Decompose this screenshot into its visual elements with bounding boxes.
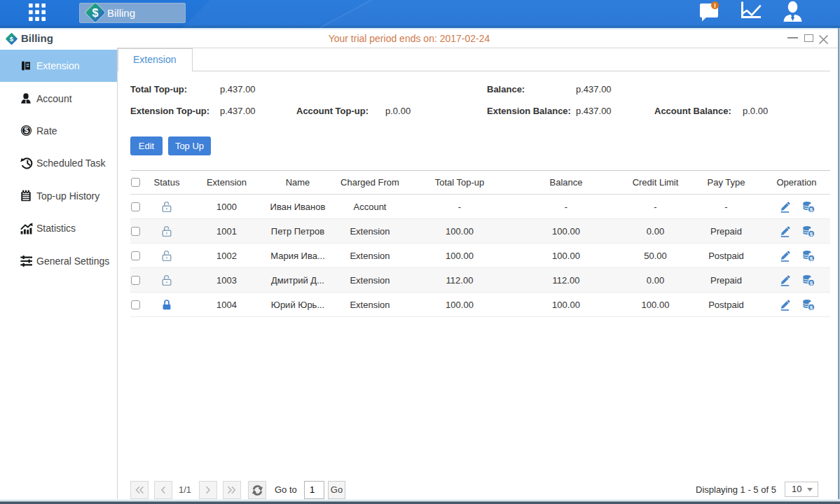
svg-text:$: $: [809, 230, 813, 237]
svg-text:$: $: [92, 7, 99, 19]
svg-text:$: $: [10, 35, 14, 43]
svg-text:$: $: [809, 206, 813, 212]
svg-text:$: $: [809, 304, 813, 310]
svg-text:$: $: [24, 127, 28, 135]
svg-text:$: $: [809, 279, 813, 286]
svg-text:$: $: [809, 255, 813, 261]
svg-text:!: !: [714, 2, 716, 9]
